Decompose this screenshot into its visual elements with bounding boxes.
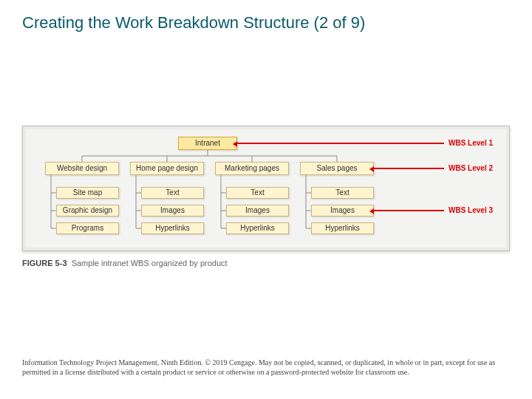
level-arrow — [374, 168, 444, 169]
figure-caption-text: Sample intranet WBS organized by product — [72, 259, 228, 267]
level-arrow — [374, 210, 444, 211]
figure-container: Intranet Website design Home page design… — [22, 126, 510, 267]
connector-lines — [23, 126, 511, 252]
level-arrow — [237, 143, 444, 144]
level-label-3: WBS Level 3 — [449, 206, 493, 214]
copyright-footer: Information Technology Project Managemen… — [22, 358, 510, 377]
level-label-1: WBS Level 1 — [449, 139, 493, 147]
page-title: Creating the Work Breakdown Structure (2… — [22, 13, 365, 33]
wbs-diagram: Intranet Website design Home page design… — [22, 126, 510, 251]
figure-number: FIGURE 5-3 — [22, 259, 67, 267]
figure-caption: FIGURE 5-3 Sample intranet WBS organized… — [22, 259, 510, 267]
level-label-2: WBS Level 2 — [449, 164, 493, 172]
